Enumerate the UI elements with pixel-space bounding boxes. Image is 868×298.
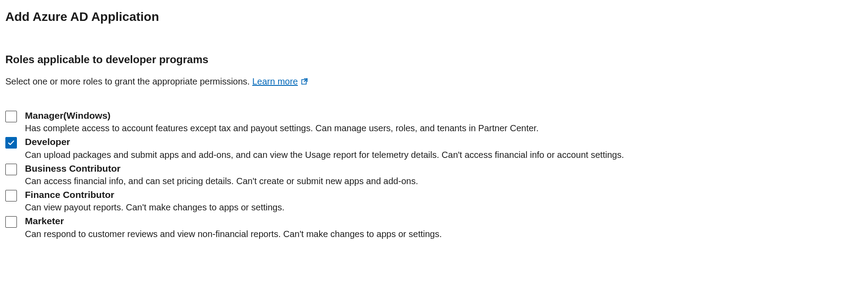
- role-checkbox-business-contributor[interactable]: [5, 164, 17, 175]
- page-title: Add Azure AD Application: [5, 8, 863, 25]
- section-heading-roles: Roles applicable to developer programs: [5, 52, 863, 67]
- role-checkbox-finance-contributor[interactable]: [5, 190, 17, 201]
- role-label: Finance Contributor: [25, 188, 284, 201]
- role-text: Marketer Can respond to customer reviews…: [25, 214, 442, 240]
- learn-more-link[interactable]: Learn more: [252, 75, 308, 88]
- role-text: Business Contributor Can access financia…: [25, 162, 418, 187]
- role-row-finance-contributor: Finance Contributor Can view payout repo…: [5, 188, 863, 213]
- role-label: Business Contributor: [25, 162, 418, 175]
- role-row-business-contributor: Business Contributor Can access financia…: [5, 162, 863, 187]
- intro-text: Select one or more roles to grant the ap…: [5, 77, 252, 86]
- role-label: Manager(Windows): [25, 109, 539, 122]
- role-checkbox-marketer[interactable]: [5, 216, 17, 228]
- role-checkbox-manager-windows[interactable]: [5, 111, 17, 122]
- role-label: Marketer: [25, 214, 442, 227]
- role-row-manager-windows: Manager(Windows) Has complete access to …: [5, 109, 863, 134]
- role-checkbox-developer[interactable]: [5, 137, 17, 149]
- learn-more-label: Learn more: [252, 75, 298, 88]
- role-label: Developer: [25, 135, 624, 148]
- role-row-developer: Developer Can upload packages and submit…: [5, 135, 863, 161]
- role-text: Manager(Windows) Has complete access to …: [25, 109, 539, 134]
- role-description: Has complete access to account features …: [25, 122, 539, 134]
- role-description: Can view payout reports. Can't make chan…: [25, 201, 284, 213]
- role-description: Can access financial info, and can set p…: [25, 175, 418, 187]
- checkmark-icon: [7, 139, 15, 147]
- external-link-icon: [300, 77, 308, 85]
- role-description: Can respond to customer reviews and view…: [25, 228, 442, 240]
- role-text: Developer Can upload packages and submit…: [25, 135, 624, 161]
- role-row-marketer: Marketer Can respond to customer reviews…: [5, 214, 863, 240]
- section-intro: Select one or more roles to grant the ap…: [5, 75, 863, 88]
- roles-list: Manager(Windows) Has complete access to …: [5, 109, 863, 240]
- role-text: Finance Contributor Can view payout repo…: [25, 188, 284, 213]
- role-description: Can upload packages and submit apps and …: [25, 149, 624, 161]
